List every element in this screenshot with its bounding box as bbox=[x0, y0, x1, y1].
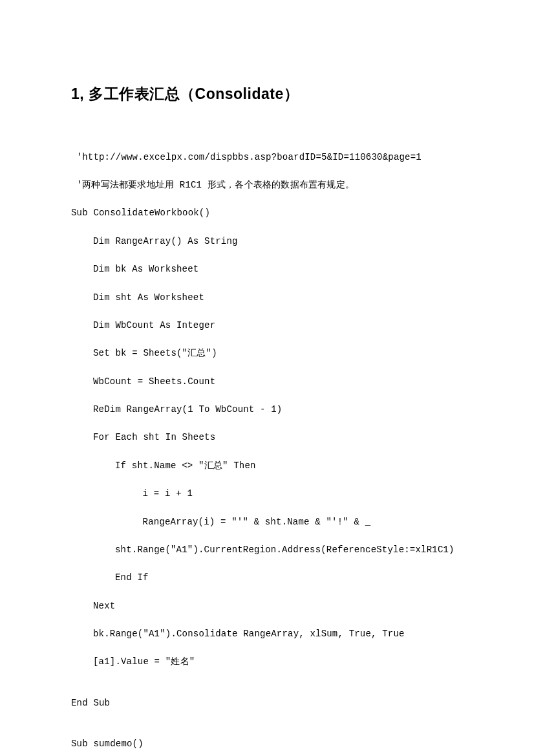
code-line: bk.Range("A1").Consolidate RangeArray, x… bbox=[71, 627, 469, 642]
code-line: Dim WbCount As Integer bbox=[71, 319, 469, 333]
code-line: Next bbox=[71, 599, 469, 614]
code-line: Dim bk As Worksheet bbox=[71, 263, 469, 277]
code-line: If sht.Name <> "汇总" Then bbox=[71, 459, 469, 473]
code-line: Dim sht As Worksheet bbox=[71, 291, 469, 305]
document-page: 1, 多工作表汇总（Consolidate） 'http://www.excel… bbox=[0, 0, 534, 756]
code-line: Sub sumdemo() bbox=[71, 737, 469, 751]
code-line: RangeArray(i) = "'" & sht.Name & "'!" & … bbox=[71, 515, 469, 530]
code-line: 'http://www.excelpx.com/dispbbs.asp?boar… bbox=[71, 151, 469, 165]
code-line: Sub ConsolidateWorkbook() bbox=[71, 206, 469, 221]
code-line: WbCount = Sheets.Count bbox=[71, 375, 469, 389]
code-line: For Each sht In Sheets bbox=[71, 431, 469, 445]
code-line: End If bbox=[71, 571, 469, 585]
code-line: i = i + 1 bbox=[71, 487, 469, 501]
code-line: Dim RangeArray() As String bbox=[71, 235, 469, 249]
code-line: Set bk = Sheets("汇总") bbox=[71, 347, 469, 361]
code-line: sht.Range("A1").CurrentRegion.Address(Re… bbox=[71, 543, 469, 557]
code-block-1: 'http://www.excelpx.com/dispbbs.asp?boar… bbox=[71, 136, 469, 756]
code-line: End Sub bbox=[71, 697, 469, 711]
code-line: [a1].Value = "姓名" bbox=[71, 655, 469, 669]
code-line: '两种写法都要求地址用 R1C1 形式，各个表格的数据布置有规定。 bbox=[71, 178, 469, 193]
code-line: ReDim RangeArray(1 To WbCount - 1) bbox=[71, 403, 469, 417]
heading-1: 1, 多工作表汇总（Consolidate） bbox=[71, 84, 469, 104]
